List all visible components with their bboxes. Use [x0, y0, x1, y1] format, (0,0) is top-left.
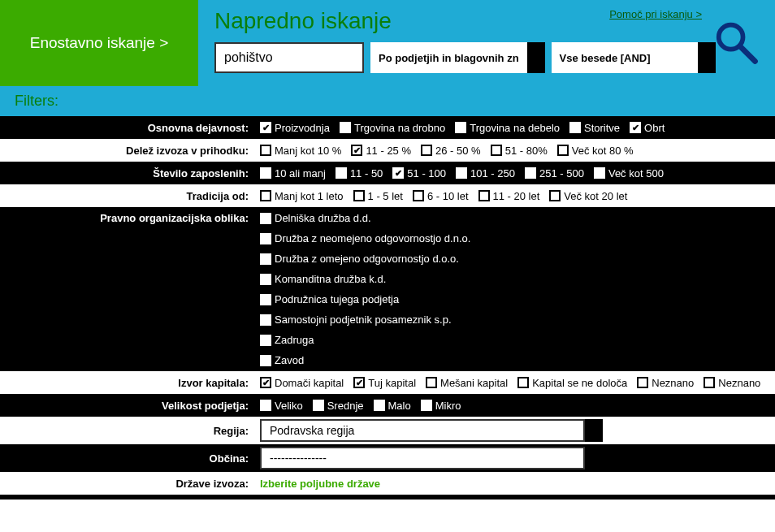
checkbox-option[interactable]: Kapital se ne določa [517, 377, 627, 389]
checkbox-option[interactable]: Zavod [260, 354, 775, 366]
checkbox-option[interactable]: 26 - 50 % [421, 145, 481, 157]
chevron-down-icon[interactable] [585, 447, 603, 469]
checkbox-option[interactable]: 11 - 50 [336, 167, 383, 179]
checkbox-icon [557, 145, 569, 156]
chevron-down-icon[interactable] [585, 419, 603, 442]
checkbox-option[interactable]: Manj kot 1 leto [260, 190, 344, 202]
checkbox-option[interactable]: Mešani kapital [426, 377, 508, 389]
checkbox-icon [260, 167, 271, 179]
checkbox-option[interactable]: 101 - 250 [456, 167, 515, 179]
checkbox-option[interactable]: Neznano [704, 377, 760, 389]
checkbox-label: 6 - 10 let [427, 190, 469, 202]
checkbox-icon [517, 377, 529, 388]
checkbox-option[interactable]: ✔ 51 - 100 [392, 167, 446, 179]
checkbox-option[interactable]: Več kot 500 [594, 167, 664, 179]
filter-label-obcina: Občina: [0, 452, 260, 465]
checkbox-option[interactable]: ✔ Domači kapital [260, 377, 344, 389]
search-scope-select[interactable]: Po podjetjih in blagovnih zn [370, 42, 527, 73]
help-link[interactable]: Pomoč pri iskanju > [609, 8, 702, 20]
checkbox-option[interactable]: 51 - 80% [491, 145, 548, 157]
checkbox-option[interactable]: 6 - 10 let [413, 190, 469, 202]
checkbox-label: 51 - 80% [505, 145, 548, 157]
checkbox-option[interactable]: 10 ali manj [260, 167, 326, 179]
checkbox-icon [260, 274, 271, 285]
checkbox-icon [426, 377, 437, 388]
checkbox-option[interactable]: ✔ 11 - 25 % [351, 145, 411, 157]
checkbox-option[interactable]: Samostojni podjetnik posameznik s.p. [260, 314, 775, 326]
checkbox-icon [260, 355, 271, 366]
checkbox-option[interactable]: Neznano [637, 377, 694, 389]
filter-label-tradicija: Tradicija od: [0, 190, 260, 202]
checkbox-icon [260, 400, 271, 411]
checkbox-label: Komanditna družba k.d. [275, 273, 386, 285]
checkbox-icon: ✔ [260, 122, 271, 133]
checkbox-option[interactable]: Zadruga [260, 334, 775, 346]
filters-heading: Filters: [0, 86, 775, 116]
search-mode-select[interactable]: Vse besede [AND] [552, 42, 698, 73]
checkbox-label: Trgovina na debelo [470, 122, 560, 134]
checkbox-option[interactable]: 11 - 20 let [478, 190, 540, 202]
checkbox-option[interactable]: Družba z neomejeno odgovornostjo d.n.o. [260, 232, 775, 244]
checkbox-option[interactable]: ✔ Proizvodnja [260, 122, 330, 134]
chevron-down-icon[interactable] [698, 42, 716, 73]
checkbox-icon: ✔ [351, 145, 362, 156]
checkbox-option[interactable]: Malo [374, 400, 411, 412]
checkbox-icon [260, 335, 271, 346]
checkbox-option[interactable]: ✔ Obrt [630, 122, 665, 134]
checkbox-label: Družba z omejeno odgovornostjo d.o.o. [275, 253, 459, 265]
checkbox-option[interactable]: Mikro [421, 400, 461, 412]
search-input[interactable] [216, 44, 362, 71]
advanced-search-panel: Napredno iskanje Pomoč pri iskanju > Po … [198, 0, 775, 86]
checkbox-label: 101 - 250 [470, 167, 515, 179]
checkbox-icon: ✔ [353, 377, 365, 388]
checkbox-label: Več kot 20 let [564, 190, 627, 202]
region-input[interactable] [260, 419, 585, 442]
checkbox-icon: ✔ [392, 167, 404, 179]
checkbox-label: Več kot 500 [608, 167, 664, 179]
checkbox-option[interactable]: Komanditna družba k.d. [260, 273, 775, 285]
checkbox-icon [704, 377, 715, 388]
checkbox-option[interactable]: Trgovina na debelo [455, 122, 560, 134]
checkbox-icon [260, 253, 271, 265]
checkbox-option[interactable]: Srednje [313, 400, 364, 412]
checkbox-label: 51 - 100 [407, 167, 446, 179]
checkbox-label: Obrt [644, 122, 665, 134]
checkbox-option[interactable]: 1 - 5 let [353, 190, 403, 202]
checkbox-label: Zadruga [275, 334, 314, 346]
checkbox-icon [491, 145, 502, 156]
obcina-input[interactable] [260, 447, 585, 469]
checkbox-icon [549, 190, 561, 201]
chevron-down-icon[interactable] [527, 42, 545, 73]
checkbox-label: 10 ali manj [275, 167, 326, 179]
checkbox-option[interactable]: ✔ Tuj kapital [353, 377, 416, 389]
checkbox-label: Samostojni podjetnik posameznik s.p. [275, 314, 452, 326]
checkbox-label: 11 - 50 [350, 167, 383, 179]
checkbox-label: Družba z neomejeno odgovornostjo d.n.o. [275, 232, 470, 244]
checkbox-icon [260, 233, 271, 244]
search-icon[interactable] [714, 20, 759, 65]
checkbox-label: Srednje [327, 400, 364, 412]
checkbox-option[interactable]: Delniška družba d.d. [260, 212, 775, 224]
checkbox-option[interactable]: 251 - 500 [525, 167, 584, 179]
checkbox-label: Tuj kapital [368, 377, 416, 389]
checkbox-label: 11 - 20 let [493, 190, 540, 202]
svg-line-1 [740, 46, 755, 61]
checkbox-icon [478, 190, 490, 201]
checkbox-option[interactable]: Veliko [260, 400, 303, 412]
simple-search-tab[interactable]: Enostavno iskanje > [0, 0, 198, 86]
checkbox-option[interactable]: Trgovina na drobno [340, 122, 445, 134]
checkbox-option[interactable]: Več kot 80 % [557, 145, 634, 157]
checkbox-icon [569, 122, 581, 133]
checkbox-option[interactable]: Podružnica tujega podjetja [260, 293, 775, 305]
checkbox-option[interactable]: Družba z omejeno odgovornostjo d.o.o. [260, 253, 775, 265]
checkbox-label: Podružnica tujega podjetja [275, 293, 399, 305]
checkbox-icon [637, 377, 648, 388]
checkbox-icon [421, 145, 432, 156]
checkbox-icon [340, 122, 351, 133]
checkbox-option[interactable]: Več kot 20 let [549, 190, 627, 202]
select-countries-link[interactable]: Izberite poljubne države [260, 478, 380, 490]
checkbox-icon [456, 167, 467, 179]
checkbox-option[interactable]: Manj kot 10 % [260, 145, 341, 157]
checkbox-option[interactable]: Storitve [569, 122, 620, 134]
filter-label-region: Regija: [0, 425, 260, 437]
